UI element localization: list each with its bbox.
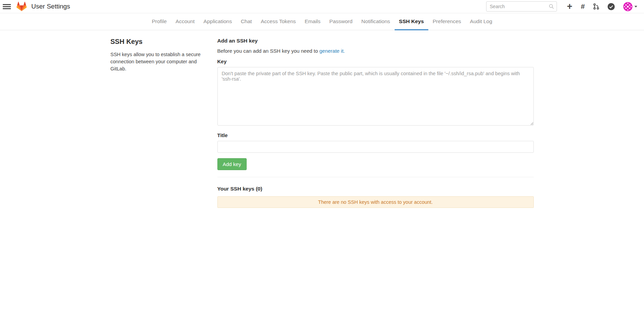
generate-it-link[interactable]: generate it. — [319, 48, 345, 54]
user-avatar[interactable] — [623, 2, 632, 11]
title-input[interactable] — [217, 141, 534, 153]
tab-audit-log[interactable]: Audit Log — [465, 13, 497, 30]
generate-key-hint: Before you can add an SSH key you need t… — [217, 48, 534, 54]
key-textarea[interactable] — [217, 67, 534, 126]
shortcuts-hash-icon[interactable]: # — [581, 3, 585, 10]
add-key-heading: Add an SSH key — [217, 38, 534, 44]
chevron-down-icon — [634, 6, 637, 7]
merge-requests-icon[interactable] — [593, 3, 599, 10]
navbar-icons: + # — [567, 2, 637, 11]
tab-applications[interactable]: Applications — [199, 13, 236, 30]
your-ssh-keys-heading: Your SSH keys (0) — [217, 186, 534, 192]
section-description: SSH Keys SSH keys allow you to establish… — [111, 38, 206, 208]
tab-emails[interactable]: Emails — [300, 13, 325, 30]
section-divider — [217, 177, 534, 177]
tab-password[interactable]: Password — [325, 13, 357, 30]
search-box — [486, 1, 557, 12]
tab-access-tokens[interactable]: Access Tokens — [256, 13, 300, 30]
tab-ssh-keys[interactable]: SSH Keys — [395, 13, 428, 30]
search-icon — [549, 4, 554, 9]
tab-profile[interactable]: Profile — [147, 13, 171, 30]
section-heading: SSH Keys — [111, 38, 206, 46]
settings-tabs: Profile Account Applications Chat Access… — [0, 13, 644, 30]
user-menu[interactable] — [623, 2, 637, 11]
title-field: Title — [217, 132, 534, 153]
gitlab-logo-icon[interactable] — [16, 1, 27, 12]
title-label: Title — [217, 132, 534, 138]
ssh-keys-page: SSH Keys SSH keys allow you to establish… — [111, 30, 534, 208]
search-input[interactable] — [486, 1, 557, 12]
tab-preferences[interactable]: Preferences — [428, 13, 466, 30]
add-ssh-key-form: Add an SSH key Before you can add an SSH… — [217, 38, 534, 208]
section-description-text: SSH keys allow you to establish a secure… — [111, 51, 206, 72]
page-title: User Settings — [31, 3, 70, 10]
hamburger-menu-icon[interactable] — [3, 2, 11, 11]
key-field: Key — [217, 59, 534, 126]
generate-key-hint-text: Before you can add an SSH key you need t… — [217, 48, 319, 54]
no-keys-warning: There are no SSH keys with access to you… — [217, 196, 534, 208]
todos-check-circle-icon[interactable] — [608, 3, 615, 10]
key-label: Key — [217, 59, 534, 64]
tab-notifications[interactable]: Notifications — [357, 13, 394, 30]
tab-account[interactable]: Account — [171, 13, 199, 30]
tab-chat[interactable]: Chat — [236, 13, 257, 30]
top-navbar: User Settings + # — [0, 0, 644, 13]
add-key-button[interactable]: Add key — [217, 158, 247, 170]
new-item-plus-icon[interactable]: + — [567, 3, 573, 10]
